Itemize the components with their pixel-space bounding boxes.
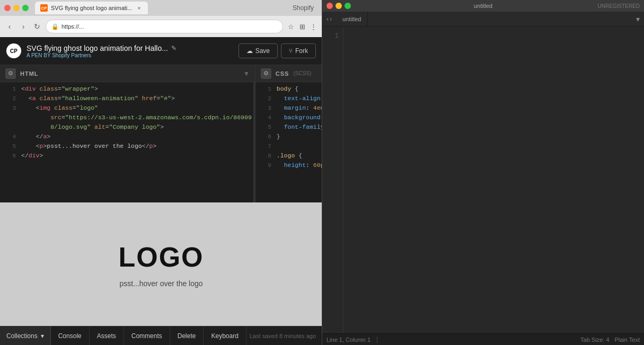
back-button[interactable]: ‹ — [4, 21, 15, 32]
editor-unregistered-label: UNREGISTERED — [598, 3, 640, 9]
editor-code-area[interactable] — [343, 26, 644, 333]
editor-nav-arrows: ‹ › — [322, 15, 336, 23]
fork-icon: ⑂ — [289, 47, 293, 55]
editor-window-controls — [327, 3, 351, 9]
preview-logo: LOGO — [118, 241, 204, 273]
editor-content[interactable]: 1 — [322, 26, 644, 333]
tab-size-label: Tab Size: 4 — [580, 337, 609, 343]
edit-title-icon[interactable]: ✎ — [171, 45, 177, 52]
refresh-button[interactable]: ↻ — [32, 21, 42, 32]
tab-right-arrow[interactable]: › — [330, 15, 332, 23]
code-line: 6 </div> — [0, 151, 255, 161]
forward-button[interactable]: › — [18, 21, 29, 32]
html-panel: ⚙ HTML ▼ 1 <div class="wrapper"> 2 <a cl… — [0, 65, 255, 202]
css-panel-lang: (SCSS) — [293, 70, 311, 76]
code-line: 4 </a> — [0, 132, 255, 141]
collections-chevron: ▾ — [41, 332, 44, 340]
editor-titlebar: untitled UNREGISTERED — [322, 0, 644, 12]
browser-addressbar: ‹ › ↻ 🔒 https://... ☆ ⊞ ⋮ — [0, 16, 322, 37]
delete-button[interactable]: Delete — [170, 326, 204, 346]
editor-gutter: 1 — [322, 26, 343, 333]
html-panel-header: ⚙ HTML ▼ — [0, 65, 255, 82]
cloud-icon: ☁ — [246, 47, 253, 55]
status-position: Line 1, Column 1 — [327, 337, 370, 343]
editor-tab[interactable]: untitled — [336, 12, 368, 26]
editor-title: untitled — [474, 3, 492, 9]
pen-author: A PEN BY Shopify Partners — [27, 52, 177, 58]
code-line: 3 <img class="logo" src="https://s3-us-w… — [0, 103, 255, 132]
shopify-label: Shopify — [293, 4, 318, 12]
tab-close-button[interactable]: × — [135, 4, 143, 12]
editor-tab-menu[interactable]: ▾ — [636, 15, 644, 23]
collections-dropdown[interactable]: Collections ▾ — [0, 326, 51, 346]
keyboard-button[interactable]: Keyboard — [204, 326, 246, 346]
save-button[interactable]: ☁ Save — [239, 43, 278, 58]
editor-line-number: 1 — [322, 31, 343, 41]
tab-left-arrow[interactable]: ‹ — [327, 15, 329, 23]
editor-close-button[interactable] — [327, 3, 333, 9]
status-right: Tab Size: 4 Plain Text — [580, 337, 640, 343]
console-button[interactable]: Console — [51, 326, 90, 346]
comments-button[interactable]: Comments — [124, 326, 170, 346]
tab-title: SVG flying ghost logo animati... — [51, 5, 132, 11]
code-line: 2 <a class="halloween-animation" href="#… — [0, 94, 255, 103]
collections-label: Collections — [6, 332, 38, 340]
window-controls — [4, 5, 29, 11]
bookmark-icon[interactable]: ☆ — [286, 22, 296, 31]
html-code-content: 1 <div class="wrapper"> 2 <a class="hall… — [0, 82, 255, 163]
extensions-icon[interactable]: ⊞ — [297, 22, 307, 31]
html-panel-chevron[interactable]: ▼ — [243, 70, 250, 77]
codepen-logo: CP — [6, 43, 21, 58]
css-panel-title: CSS — [276, 70, 289, 77]
code-panels: ⚙ HTML ▼ 1 <div class="wrapper"> 2 <a cl… — [0, 65, 322, 202]
editor-tab-label: untitled — [342, 16, 361, 22]
code-line: 5 <p>psst...hover over the logo</p> — [0, 141, 255, 151]
css-settings-icon[interactable]: ⚙ — [261, 68, 271, 79]
preview-hint: psst...hover over the logo — [119, 279, 202, 288]
status-divider — [377, 337, 377, 343]
pen-title: SVG flying ghost logo animation for Hall… — [27, 44, 177, 52]
menu-icon[interactable]: ⋮ — [308, 22, 318, 31]
browser-tab-bar: CP SVG flying ghost logo animati... × Sh… — [0, 0, 322, 16]
pen-actions: ☁ Save ⑂ Fork — [239, 43, 316, 58]
lock-icon: 🔒 — [51, 23, 59, 30]
cursor-position: Line 1, Column 1 — [327, 337, 370, 343]
html-panel-title: HTML — [20, 70, 39, 77]
active-tab[interactable]: CP SVG flying ghost logo animati... × — [35, 2, 148, 14]
code-line: 1 <div class="wrapper"> — [0, 84, 255, 94]
save-status: Last saved 8 minutes ago — [250, 333, 322, 339]
address-bar[interactable]: 🔒 https://... — [46, 20, 283, 33]
editor-maximize-button[interactable] — [345, 3, 351, 9]
html-code-scroll[interactable]: 1 <div class="wrapper"> 2 <a class="hall… — [0, 82, 255, 202]
minimize-button[interactable] — [13, 5, 20, 11]
html-settings-icon[interactable]: ⚙ — [5, 68, 16, 79]
editor-minimize-button[interactable] — [336, 3, 342, 9]
tab-favicon: CP — [40, 4, 48, 12]
fork-button[interactable]: ⑂ Fork — [281, 43, 316, 58]
close-button[interactable] — [4, 5, 11, 11]
maximize-button[interactable] — [22, 5, 29, 11]
url-text: https://... — [61, 23, 84, 30]
editor-tab-bar: ‹ › untitled ▾ — [322, 12, 644, 26]
toolbar-icons: ☆ ⊞ ⋮ — [286, 22, 318, 31]
bottom-bar: Collections ▾ Console Assets Comments De… — [0, 326, 322, 345]
assets-button[interactable]: Assets — [90, 326, 124, 346]
browser-chrome: CP SVG flying ghost logo animati... × Sh… — [0, 0, 322, 37]
pen-title-area: SVG flying ghost logo animation for Hall… — [27, 44, 177, 58]
editor-statusbar: Line 1, Column 1 Tab Size: 4 Plain Text — [322, 333, 644, 345]
preview-area: LOGO psst...hover over the logo — [0, 202, 322, 326]
plain-text-label: Plain Text — [615, 337, 640, 343]
codepen-header: CP SVG flying ghost logo animation for H… — [0, 37, 322, 65]
